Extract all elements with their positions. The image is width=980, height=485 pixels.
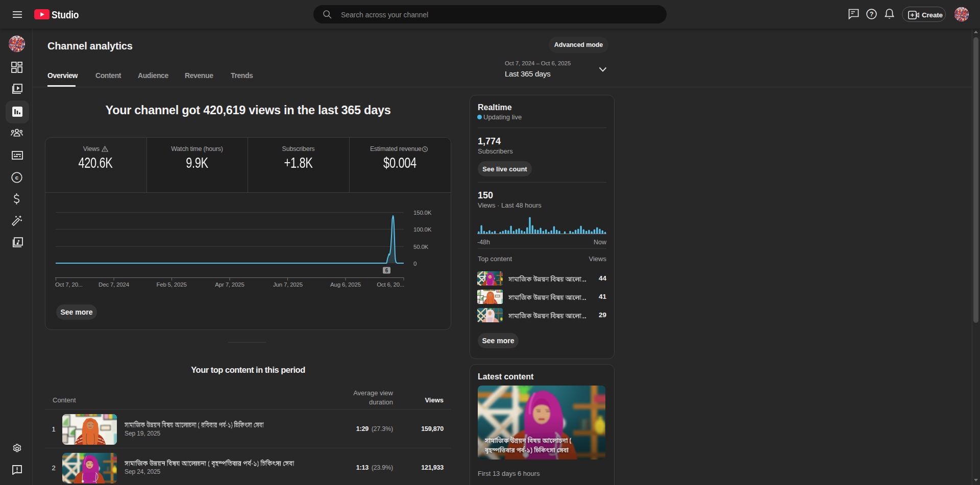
svg-text:100.0K: 100.0K bbox=[413, 226, 432, 233]
svg-text:c: c bbox=[15, 174, 19, 181]
svg-text:?: ? bbox=[870, 11, 874, 18]
svg-text:Oct 7, 20...: Oct 7, 20... bbox=[55, 282, 83, 288]
svg-text:0: 0 bbox=[413, 261, 416, 267]
svg-text:6: 6 bbox=[385, 268, 388, 273]
svg-text:Jun 7, 2025: Jun 7, 2025 bbox=[273, 282, 303, 288]
svg-text:50.0K: 50.0K bbox=[413, 244, 429, 250]
svg-text:Dec 7, 2024: Dec 7, 2024 bbox=[99, 282, 130, 288]
svg-text:Oct 6, 20...: Oct 6, 20... bbox=[377, 282, 404, 288]
svg-text:Apr 7, 2025: Apr 7, 2025 bbox=[215, 282, 244, 288]
svg-text:Feb 5, 2025: Feb 5, 2025 bbox=[156, 282, 186, 288]
svg-text:150.0K: 150.0K bbox=[413, 210, 432, 216]
svg-text:Aug 6, 2025: Aug 6, 2025 bbox=[330, 282, 361, 288]
